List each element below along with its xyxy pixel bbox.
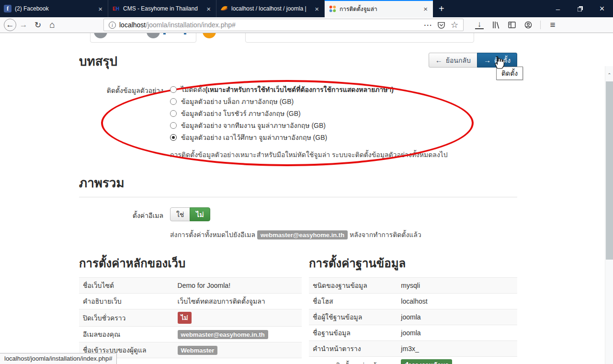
browser-titlebar: f (2) Facebook × EH CMS - Easyhome in Th…: [0, 0, 613, 17]
radio-option-default[interactable]: ข้อมูลตัวอย่าง จากทีมงาน จูมล่าภาษาอังกฤ…: [170, 119, 517, 131]
row-label: ชื่อโฮส: [313, 296, 401, 307]
radio-option-blog[interactable]: ข้อมูลตัวอย่าง บล็อก ภาษาอังกฤษ (GB): [170, 95, 517, 107]
option-text-bold: (เหมาะสำหรับการใช้ทำเว็บไซต์ที่ต้องการใช…: [205, 84, 394, 95]
new-tab-button[interactable]: +: [433, 0, 450, 17]
url-path: /joomla/installation/index.php#: [146, 21, 236, 29]
row-value: mysqli: [401, 282, 420, 289]
email-toggle-yes-button[interactable]: ใช่: [170, 207, 190, 221]
table-row: ชนิดของฐานข้อมูล mysqli: [309, 277, 517, 293]
value-badge: webmaster@easyhome.in.th: [178, 330, 268, 339]
step-tab-panel: [245, 33, 474, 43]
tab-title: (2) Facebook: [15, 5, 93, 12]
close-tab-icon[interactable]: ×: [313, 5, 320, 13]
previous-button-label: ย้อนกลับ: [446, 55, 471, 66]
row-label: ปิดเว็บชั่วคราว: [83, 313, 178, 323]
scrollbar-thumb[interactable]: [606, 81, 613, 260]
url-text: localhost/joomla/installation/index.php#: [119, 21, 236, 29]
sample-data-description: การติดตั้งข้อมูลตัวอย่างเหมาะสำหรับมือให…: [170, 149, 517, 160]
radio-icon[interactable]: [170, 122, 177, 129]
previous-button[interactable]: ← ย้อนกลับ: [429, 53, 477, 68]
radio-icon[interactable]: [170, 98, 177, 105]
radio-option-none[interactable]: ไม่ติดตั้ง (เหมาะสำหรับการใช้ทำเว็บไซต์ท…: [170, 83, 517, 95]
tab-facebook[interactable]: f (2) Facebook ×: [0, 0, 108, 17]
bookmark-star-icon[interactable]: ☆: [449, 19, 460, 31]
tab-title: CMS - Easyhome in Thailand: [123, 5, 202, 12]
db-settings-table: ชนิดของฐานข้อมูล mysqli ชื่อโฮส localhos…: [309, 277, 517, 364]
row-label: คำนำหน้าตาราง: [313, 343, 401, 354]
joomla-icon: [329, 5, 336, 12]
status-bar-link-preview: localhost/joomla/installation/index.php#: [0, 353, 117, 364]
email-setting-label: ตั้งค่าอีเมล: [79, 207, 170, 221]
close-tab-icon[interactable]: ×: [205, 5, 212, 13]
row-value: Demo for Joomla!: [178, 282, 230, 289]
backup-badge: สำรองฐานข้อมูล: [401, 359, 452, 364]
pocket-icon[interactable]: [435, 19, 447, 31]
easyhome-icon: EH: [112, 5, 120, 12]
table-row: ชื่อโฮส localhost: [309, 293, 517, 309]
radio-option-learn[interactable]: ข้อมูลตัวอย่าง เอาไว้ศึกษา จูมล่าภาษาอัง…: [170, 131, 517, 143]
email-badge: webmaster@easyhome.in.th: [257, 230, 348, 239]
radio-icon[interactable]: [170, 110, 177, 117]
tab-cms-easyhome[interactable]: EH CMS - Easyhome in Thailand ×: [108, 0, 216, 17]
option-text: ข้อมูลตัวอย่าง จากทีมงาน จูมล่าภาษาอังกฤ…: [181, 120, 326, 131]
forward-icon[interactable]: →: [16, 19, 31, 31]
menu-icon[interactable]: ≡: [545, 19, 560, 31]
row-value: jm3x_: [401, 345, 419, 353]
tab-joomla-install-active[interactable]: การติดตั้งจูมล่า ×: [325, 0, 433, 17]
email-toggle-no-button[interactable]: ไม่: [190, 207, 210, 221]
db-settings-heading: การตั้งค่าฐานข้อมูล: [309, 254, 517, 273]
row-value: เว็บไซต์ทดสอบการติดตั้งจูมลา: [178, 296, 265, 307]
row-label: ชื่อเว็บไซต์: [83, 280, 178, 291]
reload-icon[interactable]: ↻: [31, 19, 45, 31]
row-label: ชื่อผู้ใช้ฐานข้อมูล: [313, 312, 401, 322]
close-tab-icon[interactable]: ×: [97, 5, 104, 13]
mouse-cursor-icon: [492, 56, 505, 70]
installer-steps-remnant: [79, 33, 517, 43]
url-host: localhost: [119, 21, 146, 29]
table-row: หากเคยติดตั้งจูมล่าแล้ว สำรองฐานข้อมูล: [309, 356, 517, 364]
site-info-icon[interactable]: i: [109, 22, 116, 29]
radio-checked-icon[interactable]: [170, 134, 177, 141]
option-text: ข้อมูลตัวอย่าง โบรชัวร์ ภาษาอังกฤษ (GB): [181, 108, 301, 119]
download-icon[interactable]: ↓: [475, 21, 484, 29]
close-window-icon[interactable]: ×: [591, 0, 613, 17]
option-text: ข้อมูลตัวอย่าง เอาไว้ศึกษา จูมล่าภาษาอัง…: [181, 132, 327, 143]
arrow-right-icon: →: [484, 56, 491, 64]
restore-icon[interactable]: [569, 0, 591, 17]
radio-option-brochure[interactable]: ข้อมูลตัวอย่าง โบรชัวร์ ภาษาอังกฤษ (GB): [170, 107, 517, 119]
scroll-up-icon[interactable]: ⌃: [605, 71, 613, 79]
url-bar[interactable]: i localhost/joomla/installation/index.ph…: [103, 19, 464, 31]
tab-title: localhost / localhost / joomla |: [231, 5, 310, 12]
row-value: joomla: [401, 313, 420, 321]
email-note: ส่งการตั้งค่าทั้งหมดไปยังอีเมล webmaster…: [170, 229, 517, 240]
table-row: คำนำหน้าตาราง jm3x_: [309, 341, 517, 356]
step-text-fragment: [184, 33, 186, 34]
table-row: อีเมลของคุณ webmaster@easyhome.in.th: [79, 326, 302, 342]
account-icon[interactable]: [521, 19, 535, 31]
radio-icon[interactable]: [170, 86, 177, 93]
back-icon[interactable]: ←: [4, 19, 16, 31]
table-row: ชื่อฐานข้อมูล joomla: [309, 325, 517, 341]
window-controls: – ×: [547, 0, 613, 17]
row-label: ชื่อฐานข้อมูล: [313, 328, 401, 338]
page-actions-icon[interactable]: ⋯: [422, 19, 433, 31]
email-note-after: หลังจากทำการติดตั้งแล้ว: [350, 231, 421, 239]
library-icon[interactable]: [488, 19, 503, 31]
home-icon[interactable]: ⌂: [45, 19, 59, 31]
site-settings-section: การตั้งค่าหลักของเว็บ ชื่อเว็บไซต์ Demo …: [79, 254, 302, 364]
toolbar-icons: ↓ ≡: [472, 19, 560, 31]
vertical-scrollbar[interactable]: ⌃ ⌄: [605, 66, 613, 364]
phpmyadmin-icon: [220, 5, 228, 12]
value-badge: Webmaster: [178, 346, 218, 355]
page-viewport: บทสรุป ← ย้อนกลับ → ติดตั้ง ติดตั้งข้อมู…: [0, 33, 613, 364]
row-value: joomla: [401, 329, 420, 337]
overview-heading: ภาพรวม: [79, 173, 517, 193]
site-settings-table: ชื่อเว็บไซต์ Demo for Joomla! คำอธิบายเว…: [79, 277, 302, 358]
table-row: คำอธิบายเว็บ เว็บไซต์ทดสอบการติดตั้งจูมล…: [79, 293, 302, 309]
sidebar-icon[interactable]: [505, 19, 519, 31]
close-tab-icon[interactable]: ×: [422, 5, 429, 13]
row-label: หากเคยติดตั้งจูมล่าแล้ว: [313, 360, 401, 364]
tab-phpmyadmin[interactable]: localhost / localhost / joomla | ×: [216, 0, 325, 17]
minimize-icon[interactable]: –: [547, 0, 569, 17]
site-settings-heading: การตั้งค่าหลักของเว็บ: [79, 254, 302, 273]
